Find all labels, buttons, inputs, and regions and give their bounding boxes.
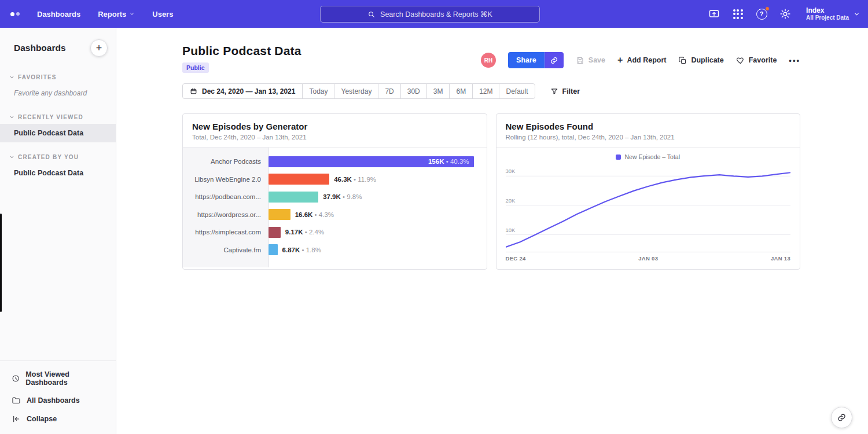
nav-item-reports[interactable]: Reports	[98, 10, 135, 19]
save-button[interactable]: Save	[576, 56, 605, 65]
collapse-icon	[12, 414, 21, 424]
bar-category-label: Captivate.fm	[183, 247, 269, 253]
report-subtitle: Rolling (12 hours), total, Dec 24th, 202…	[506, 134, 791, 141]
bar[interactable]	[269, 244, 278, 255]
chevron-down-icon	[854, 11, 860, 17]
x-axis-tick: JAN 13	[771, 255, 790, 262]
sidebar: Dashboards + FAVORITES Favorite any dash…	[0, 28, 116, 434]
favorite-button[interactable]: Favorite	[736, 56, 777, 65]
link-icon	[550, 56, 558, 65]
report-subtitle: Total, Dec 24th, 2020 – Jan 13th, 2021	[192, 134, 477, 141]
bar-category-label: https://podbean.com...	[183, 193, 269, 200]
report-card-new-episodes-found: New Episodes Found Rolling (12 hours), t…	[496, 113, 801, 270]
preset-default[interactable]: Default	[499, 84, 534, 98]
floating-copy-link-button[interactable]	[831, 407, 852, 428]
screen-share-icon[interactable]	[708, 8, 720, 20]
all-dashboards-button[interactable]: All Dashboards	[0, 391, 116, 410]
section-favorites[interactable]: FAVORITES	[0, 71, 116, 84]
chart-legend[interactable]: New Episode – Total	[506, 152, 791, 161]
preset-12m[interactable]: 12M	[472, 84, 499, 98]
search-icon	[367, 10, 376, 19]
bar-value-label: 46.3K11.9%	[334, 176, 376, 183]
y-axis-tick: 10K	[506, 227, 516, 233]
duplicate-button[interactable]: Duplicate	[678, 56, 723, 65]
app-logo[interactable]	[10, 12, 20, 16]
settings-gear-icon[interactable]	[779, 8, 792, 20]
legend-label: New Episode – Total	[624, 153, 680, 160]
folder-icon	[12, 396, 21, 405]
favorites-empty-hint: Favorite any dashboard	[0, 84, 116, 102]
section-created-by-you[interactable]: CREATED BY YOU	[0, 150, 116, 164]
bar-category-label: Libsyn WebEngine 2.0	[183, 176, 269, 183]
bar-value-label: 37.9K9.8%	[323, 193, 362, 200]
bar-row: https://simplecast.com 9.17K2.4%	[183, 223, 487, 241]
clock-icon	[12, 374, 20, 383]
filter-button[interactable]: Filter	[550, 87, 580, 95]
date-range-segmented-control: Dec 24, 2020 — Jan 13, 2021 Today Yester…	[182, 83, 535, 99]
preset-7d[interactable]: 7D	[378, 84, 400, 98]
project-subtitle: All Project Data	[806, 14, 849, 21]
preset-yesterday[interactable]: Yesterday	[334, 84, 378, 98]
x-axis-tick: JAN 03	[638, 255, 658, 262]
owner-avatar[interactable]: RH	[481, 53, 496, 68]
y-axis-tick: 30K	[506, 168, 516, 174]
collapse-sidebar-button[interactable]: Collapse	[0, 410, 116, 428]
bar[interactable]	[269, 227, 281, 238]
bar-category-label: https://wordpress.or...	[183, 211, 269, 218]
chevron-down-icon	[129, 11, 135, 17]
help-icon[interactable]: ?	[755, 8, 768, 20]
date-range-picker[interactable]: Dec 24, 2020 — Jan 13, 2021	[183, 84, 302, 98]
visibility-badge: Public	[182, 62, 209, 73]
nav-item-users[interactable]: Users	[152, 10, 173, 19]
plus-icon: +	[617, 56, 623, 65]
line-series	[506, 164, 791, 252]
apps-grid-icon[interactable]	[731, 8, 744, 20]
preset-3m[interactable]: 3M	[426, 84, 450, 98]
copy-icon	[678, 56, 687, 65]
bar-category-label: Anchor Podcasts	[183, 158, 269, 165]
copy-link-button[interactable]	[545, 52, 564, 68]
bar-chart: Anchor Podcasts 156K40.3% Libsyn WebEngi…	[183, 148, 487, 267]
line-plot-area[interactable]: 10K 20K 30K	[506, 164, 791, 252]
screen-edge-artifact	[0, 214, 2, 312]
preset-6m[interactable]: 6M	[449, 84, 472, 98]
project-switcher[interactable]: Index All Project Data	[806, 6, 860, 21]
bar-row: Anchor Podcasts 156K40.3%	[183, 153, 487, 171]
more-options-button[interactable]: •••	[789, 56, 800, 65]
bar[interactable]	[269, 192, 318, 203]
bar-row: Captivate.fm 6.87K1.8%	[183, 241, 487, 259]
save-icon	[576, 56, 584, 65]
nav-item-dashboards[interactable]: Dashboards	[37, 10, 80, 19]
sidebar-item-public-podcast-data[interactable]: Public Podcast Data	[0, 124, 116, 142]
search-input[interactable]: Search Dashboards & Reports ⌘K	[320, 6, 540, 23]
chevron-down-icon	[9, 155, 14, 160]
bar[interactable]: 156K40.3%	[269, 156, 474, 167]
preset-today[interactable]: Today	[302, 84, 334, 98]
notification-badge	[765, 6, 770, 11]
project-name: Index	[806, 6, 849, 14]
report-title[interactable]: New Episodes Found	[506, 122, 791, 131]
chevron-down-icon	[9, 75, 14, 80]
new-dashboard-button[interactable]: +	[90, 39, 108, 57]
preset-30d[interactable]: 30D	[400, 84, 426, 98]
top-nav: Dashboards Reports Users Search Dashboar…	[0, 0, 868, 28]
bar-value-label: 9.17K2.4%	[285, 229, 324, 236]
section-recently-viewed[interactable]: RECENTLY VIEWED	[0, 111, 116, 124]
y-axis-tick: 20K	[506, 197, 516, 204]
bar[interactable]	[269, 209, 290, 220]
search-placeholder: Search Dashboards & Reports ⌘K	[380, 10, 492, 19]
bar-value-label: 156K40.3%	[428, 158, 469, 165]
sidebar-item-public-podcast-data-created[interactable]: Public Podcast Data	[0, 164, 116, 182]
most-viewed-dashboards-button[interactable]: Most Viewed Dashboards	[0, 366, 116, 391]
add-report-button[interactable]: + Add Report	[617, 56, 666, 65]
bar[interactable]	[269, 174, 329, 185]
share-button[interactable]: Share	[508, 52, 545, 68]
link-icon	[837, 413, 847, 422]
line-chart: New Episode – Total 10K 20K 30K DEC 24 J…	[496, 148, 800, 262]
filter-funnel-icon	[550, 87, 558, 95]
chevron-down-icon	[9, 115, 14, 120]
main-content: Public Podcast Data Public RH Share Save…	[116, 28, 868, 434]
report-title[interactable]: New Episodes by Generator	[192, 122, 477, 131]
calendar-icon	[190, 87, 197, 95]
heart-icon	[736, 56, 745, 65]
